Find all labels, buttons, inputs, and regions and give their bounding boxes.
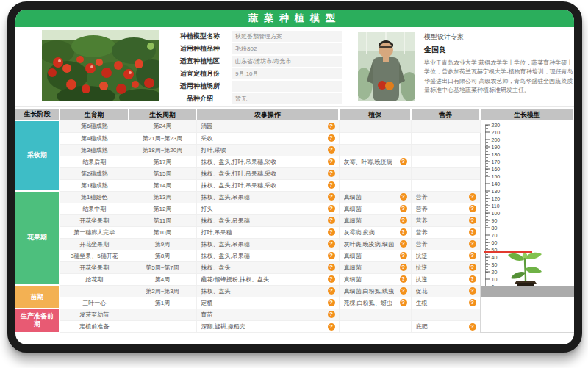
- help-icon[interactable]: ?: [469, 287, 476, 295]
- nutrition-cell: 抗逆?: [411, 261, 480, 273]
- period-cell: 第1穗成熟: [60, 179, 129, 191]
- protection-text: 死棵,白粉虱、蚜虫: [344, 299, 392, 307]
- help-icon[interactable]: ?: [328, 146, 335, 154]
- help-icon[interactable]: ?: [328, 193, 335, 201]
- nutrition-text: 生根: [416, 299, 428, 307]
- help-icon[interactable]: ?: [328, 252, 335, 259]
- help-icon[interactable]: ?: [469, 323, 476, 331]
- protection-cell: [339, 167, 411, 179]
- help-icon[interactable]: ?: [469, 205, 476, 212]
- help-icon[interactable]: ?: [328, 323, 335, 331]
- ruler-tick: 80: [485, 226, 498, 231]
- help-icon[interactable]: ?: [328, 158, 335, 165]
- form-label: 适用种植场所: [168, 82, 232, 91]
- operation-text: 抹杈、盘头: [201, 264, 231, 272]
- help-icon[interactable]: ?: [400, 193, 407, 201]
- protection-text: 真细菌: [344, 252, 362, 260]
- protection-cell: [339, 144, 411, 156]
- period-cell: 第3穗成熟: [60, 144, 129, 156]
- period-cell: 始花期: [60, 273, 129, 285]
- protection-cell: [339, 120, 411, 132]
- ruler-tick: 70: [485, 233, 498, 238]
- help-icon[interactable]: ?: [400, 158, 407, 165]
- operation-text: 抹杈、盘头,吊果穗: [201, 193, 250, 201]
- help-icon[interactable]: ?: [400, 264, 407, 271]
- page-title: 蔬菜种植模型: [248, 12, 341, 24]
- help-icon[interactable]: ?: [400, 240, 407, 248]
- help-icon[interactable]: ?: [328, 264, 335, 271]
- help-icon[interactable]: ?: [469, 240, 476, 248]
- period-cell: 第1穗始色: [60, 191, 129, 203]
- operation-cell: 抹杈、盘头,打叶,吊果穗,采收?: [196, 167, 339, 179]
- operation-cell: 抹杈、盘头?: [196, 285, 339, 297]
- help-icon[interactable]: ?: [469, 217, 476, 224]
- help-icon[interactable]: ?: [400, 299, 407, 306]
- help-icon[interactable]: ?: [328, 311, 335, 318]
- ruler-tick: 140: [485, 181, 501, 187]
- growth-model-panel: 2202102001901801701601501401301201101009…: [480, 120, 574, 333]
- help-icon[interactable]: ?: [400, 228, 407, 236]
- nutrition-cell: [411, 179, 480, 191]
- cycle-cell: 第14周: [129, 179, 196, 191]
- help-icon[interactable]: ?: [469, 299, 476, 306]
- help-icon[interactable]: ?: [400, 287, 407, 295]
- help-icon[interactable]: ?: [328, 228, 335, 236]
- help-icon[interactable]: ?: [400, 275, 407, 283]
- protection-text: 真细菌: [344, 275, 362, 284]
- help-icon[interactable]: ?: [400, 205, 407, 212]
- ruler-tick: 110: [485, 203, 500, 209]
- info-section: 种植模型名称秋延番茄管理方案适用种植品种毛粉802适宜种植地区山东省/潍坊市/寿…: [15, 27, 574, 107]
- help-icon[interactable]: ?: [328, 205, 335, 212]
- growth-indicator-line: [484, 251, 532, 253]
- nutrition-cell: 营养?: [411, 238, 480, 250]
- nutrition-cell: 抗逆?: [411, 250, 480, 261]
- help-icon[interactable]: ?: [328, 275, 335, 283]
- period-cell: 第4穗成熟: [60, 132, 129, 144]
- period-cell: [60, 285, 129, 297]
- help-icon[interactable]: ?: [400, 252, 407, 259]
- help-icon[interactable]: ?: [469, 275, 476, 283]
- protection-text: 真细菌: [344, 264, 362, 272]
- help-icon[interactable]: ?: [469, 264, 476, 271]
- protection-cell: [339, 132, 411, 144]
- help-icon[interactable]: ?: [469, 193, 476, 201]
- ruler-tick: 180: [485, 152, 501, 157]
- form-row: 适用种植品种毛粉802: [168, 43, 342, 54]
- operation-cell: 抹杈、盘头,打叶,吊果穗,采收?: [196, 156, 339, 167]
- help-icon[interactable]: ?: [328, 299, 335, 306]
- operation-text: 清园: [201, 122, 213, 130]
- form-value: 山东省/潍坊市/寿光市: [232, 56, 342, 67]
- ruler-tick: 220: [485, 123, 501, 128]
- cycle-cell: 第9周: [129, 238, 196, 250]
- help-icon[interactable]: ?: [328, 217, 335, 224]
- tomato-crop-photo: [42, 30, 159, 101]
- help-icon[interactable]: ?: [469, 228, 476, 236]
- period-cell: 开花坐果期: [60, 214, 129, 226]
- form-row: 品种介绍暂无: [168, 93, 342, 104]
- nutrition-cell: 营养?: [411, 191, 480, 203]
- protection-cell: 真细菌?: [339, 203, 411, 214]
- period-cell: 三叶一心: [60, 297, 129, 309]
- operation-text: 打叶,吊果穗: [201, 228, 232, 237]
- plant-illustration: [495, 247, 554, 286]
- period-cell: 结果中期: [60, 203, 129, 214]
- help-icon[interactable]: ?: [328, 170, 335, 177]
- help-icon[interactable]: ?: [328, 181, 335, 189]
- help-icon[interactable]: ?: [328, 240, 335, 248]
- period-cell: 结果后期: [60, 156, 129, 167]
- period-cell: 开花坐果期: [60, 238, 129, 250]
- protection-text: 灰霉病,疫病: [344, 228, 375, 237]
- help-icon[interactable]: ?: [328, 287, 335, 295]
- form-label: 适宜种植地区: [168, 57, 232, 66]
- help-icon[interactable]: ?: [469, 252, 476, 259]
- operation-cell: 抹杈、盘头,吊果穗?: [196, 250, 339, 261]
- help-icon[interactable]: ?: [328, 134, 335, 142]
- period-cell: 发芽至幼苗: [60, 309, 129, 320]
- expert-role-label: 模型设计专家: [424, 32, 574, 42]
- help-icon[interactable]: ?: [328, 123, 335, 130]
- protection-cell: 灰霉、叶霉,晚疫病?: [339, 156, 411, 167]
- screenshot-root: 蔬菜种植模型: [0, 0, 588, 368]
- form-row: 种植模型名称秋延番茄管理方案: [168, 30, 342, 42]
- help-icon[interactable]: ?: [400, 217, 407, 224]
- form-value: 暂无: [232, 93, 342, 104]
